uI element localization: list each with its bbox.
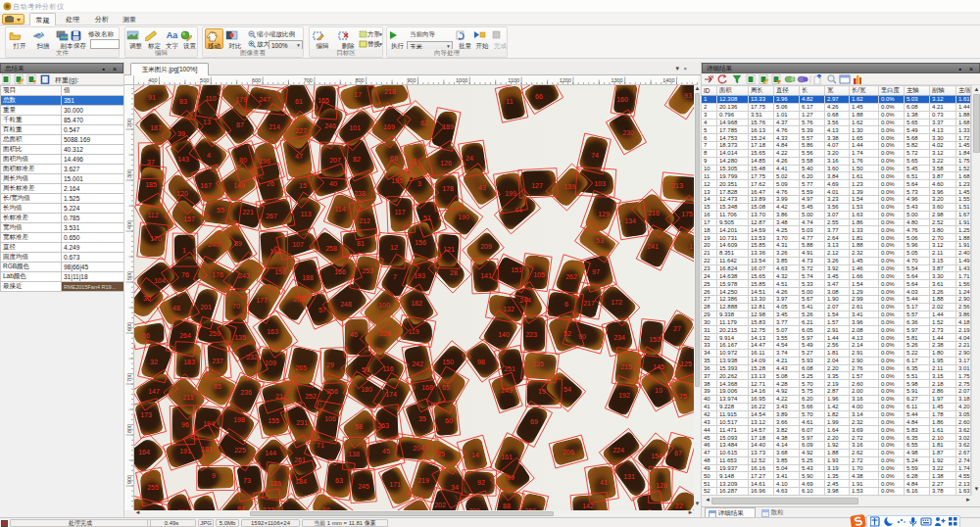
- svg-text:37: 37: [147, 159, 155, 166]
- svg-text:198: 198: [233, 416, 245, 423]
- svg-text:104: 104: [154, 277, 166, 284]
- svg-text:90: 90: [578, 333, 586, 340]
- svg-text:182: 182: [411, 300, 422, 307]
- svg-text:55: 55: [217, 207, 224, 214]
- svg-text:46: 46: [350, 331, 358, 338]
- svg-text:300: 300: [126, 169, 132, 178]
- svg-text:235: 235: [532, 360, 544, 367]
- svg-text:114: 114: [334, 206, 345, 213]
- svg-text:1: 1: [182, 247, 186, 254]
- svg-text:74: 74: [591, 152, 599, 159]
- svg-text:262: 262: [565, 273, 577, 280]
- svg-text:500: 500: [126, 271, 132, 280]
- svg-text:180: 180: [361, 386, 372, 393]
- svg-text:65: 65: [442, 384, 450, 391]
- svg-text:237: 237: [212, 358, 223, 364]
- svg-text:126: 126: [440, 160, 452, 167]
- svg-text:247: 247: [259, 96, 270, 103]
- svg-text:190: 190: [458, 214, 469, 220]
- svg-text:24: 24: [466, 155, 473, 162]
- svg-text:187: 187: [150, 124, 162, 131]
- svg-text:142: 142: [582, 503, 594, 509]
- svg-text:22: 22: [675, 503, 683, 509]
- svg-text:157: 157: [183, 216, 195, 222]
- svg-text:189: 189: [442, 123, 454, 130]
- svg-text:400: 400: [148, 77, 157, 83]
- svg-text:81: 81: [357, 240, 365, 247]
- svg-text:27: 27: [673, 325, 681, 332]
- svg-text:32: 32: [150, 359, 158, 365]
- svg-text:160: 160: [616, 96, 628, 103]
- svg-text:132: 132: [503, 306, 514, 312]
- svg-text:10: 10: [655, 387, 662, 394]
- svg-text:228: 228: [379, 330, 391, 337]
- svg-text:265: 265: [295, 364, 307, 371]
- svg-text:61: 61: [295, 98, 303, 105]
- svg-text:28: 28: [450, 269, 458, 276]
- svg-text:174: 174: [385, 391, 397, 398]
- svg-text:1200: 1200: [560, 77, 571, 83]
- svg-text:119: 119: [408, 328, 418, 335]
- svg-text:21: 21: [275, 393, 283, 400]
- svg-text:73: 73: [243, 477, 251, 484]
- svg-text:240: 240: [208, 241, 220, 248]
- svg-text:87: 87: [236, 121, 244, 128]
- svg-text:80: 80: [239, 157, 247, 164]
- svg-text:26: 26: [267, 180, 274, 187]
- svg-text:245: 245: [358, 483, 369, 490]
- svg-text:109: 109: [265, 359, 276, 366]
- svg-text:35: 35: [418, 415, 426, 422]
- svg-text:173: 173: [140, 411, 152, 418]
- svg-text:221: 221: [242, 209, 254, 216]
- svg-text:179: 179: [235, 96, 247, 103]
- svg-text:69: 69: [530, 418, 538, 425]
- svg-text:258: 258: [325, 245, 337, 252]
- svg-text:40: 40: [329, 180, 337, 187]
- svg-text:39: 39: [177, 130, 185, 137]
- svg-text:184: 184: [295, 478, 307, 485]
- svg-text:17: 17: [354, 91, 362, 98]
- svg-text:113: 113: [300, 211, 311, 217]
- svg-text:75: 75: [679, 393, 687, 400]
- svg-text:900: 900: [407, 77, 416, 83]
- svg-text:234: 234: [613, 334, 625, 341]
- svg-text:238: 238: [354, 190, 366, 197]
- svg-text:9: 9: [212, 472, 216, 479]
- svg-text:7: 7: [393, 273, 397, 280]
- svg-text:200: 200: [126, 119, 132, 127]
- svg-text:83: 83: [179, 98, 187, 105]
- svg-text:66: 66: [535, 93, 543, 100]
- svg-text:18: 18: [409, 158, 416, 165]
- svg-text:45: 45: [382, 448, 390, 455]
- svg-text:128: 128: [656, 482, 667, 489]
- svg-text:149: 149: [233, 182, 245, 189]
- svg-text:91: 91: [148, 94, 156, 101]
- svg-text:185: 185: [145, 181, 157, 188]
- svg-text:11: 11: [506, 98, 513, 105]
- svg-text:216: 216: [648, 210, 660, 216]
- svg-text:56: 56: [142, 332, 150, 339]
- svg-text:199: 199: [505, 190, 516, 197]
- svg-text:155: 155: [268, 417, 279, 424]
- svg-text:116: 116: [382, 365, 393, 372]
- svg-text:14: 14: [471, 452, 479, 458]
- svg-text:140: 140: [498, 331, 510, 338]
- svg-text:214: 214: [269, 123, 280, 130]
- svg-text:34: 34: [451, 484, 459, 491]
- svg-text:141: 141: [480, 272, 492, 279]
- svg-text:251: 251: [504, 365, 515, 372]
- svg-text:177: 177: [256, 297, 268, 304]
- svg-text:85: 85: [214, 383, 221, 390]
- svg-text:6: 6: [564, 301, 568, 308]
- svg-text:700: 700: [126, 373, 132, 382]
- svg-text:68: 68: [390, 155, 398, 162]
- svg-text:243: 243: [238, 272, 250, 279]
- svg-text:63: 63: [335, 477, 343, 484]
- svg-text:48: 48: [172, 305, 180, 311]
- svg-text:53: 53: [596, 237, 604, 244]
- svg-text:241: 241: [647, 243, 659, 250]
- svg-text:50: 50: [362, 366, 369, 373]
- svg-text:166: 166: [334, 268, 346, 275]
- svg-text:194: 194: [203, 420, 215, 427]
- svg-text:57: 57: [318, 307, 326, 313]
